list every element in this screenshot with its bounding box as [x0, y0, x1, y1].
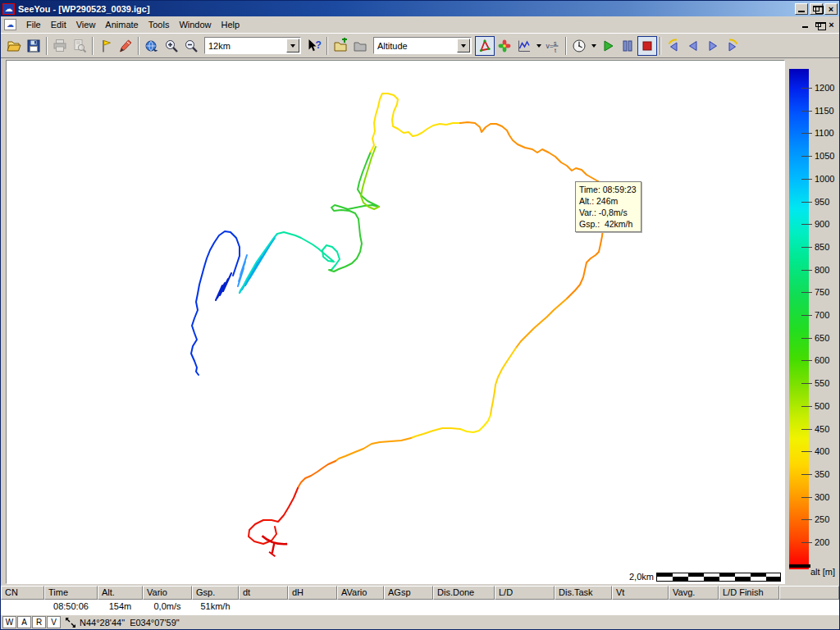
map-scale-combo[interactable]: 12km	[204, 37, 301, 54]
altitude-tick-label: 350	[815, 469, 829, 479]
value-vavg-	[669, 600, 719, 614]
altitude-tick	[801, 270, 812, 271]
optimize-button[interactable]	[495, 36, 514, 56]
track-segment	[516, 299, 567, 348]
toolbar-separator	[92, 37, 94, 55]
altitude-tick	[801, 360, 812, 361]
statusbar-toggle-r[interactable]: R	[32, 616, 46, 628]
folder-plus-icon	[332, 38, 349, 54]
menu-file[interactable]: File	[21, 17, 46, 32]
svg-text:t: t	[555, 48, 556, 53]
table-header-row: CNTimeAlt.VarioGsp.dtdHAVarioAGspDis.Don…	[1, 586, 839, 600]
app-icon[interactable]: ☁	[2, 3, 15, 15]
next-fix-button[interactable]	[703, 36, 723, 56]
restore-button[interactable]	[810, 3, 823, 15]
desktop-open-button[interactable]	[331, 36, 350, 56]
track-segment	[361, 147, 379, 209]
route-view-button[interactable]	[475, 36, 495, 56]
title-bar: ☁ SeeYou - [WP290523_0039.igc] ×	[1, 1, 839, 16]
statusbar-toggle-v[interactable]: V	[47, 616, 61, 628]
minimize-button[interactable]	[795, 3, 808, 15]
map-scale-combo-dropdown-button[interactable]	[286, 39, 299, 52]
statusbar-toggle-a[interactable]: A	[17, 616, 31, 628]
zoom-in-button[interactable]	[162, 36, 181, 56]
context-help-button[interactable]: ?	[304, 36, 324, 56]
graph-icon	[516, 38, 532, 54]
close-button[interactable]: ×	[824, 3, 838, 15]
column-header-dt[interactable]: dt	[239, 586, 288, 600]
menu-edit[interactable]: Edit	[46, 17, 71, 32]
dropdown-arrow-icon[interactable]	[534, 37, 543, 55]
altitude-tick	[801, 88, 812, 89]
pause-button[interactable]	[618, 36, 637, 56]
menu-animate[interactable]: Animate	[100, 17, 143, 32]
zoom-out-icon	[183, 38, 199, 54]
value-l-d-finish	[719, 600, 779, 614]
color-by-combo-dropdown-button[interactable]	[457, 39, 470, 52]
play-button[interactable]	[598, 36, 618, 56]
waypoint-button[interactable]	[96, 36, 116, 56]
window-title: SeeYou - [WP290523_0039.igc]	[18, 4, 793, 14]
fix-tooltip: Time: 08:59:23Alt.: 246mVar.: -0,8m/sGsp…	[575, 181, 641, 232]
seeyou-window: ☁ SeeYou - [WP290523_0039.igc] × ☁ FileE…	[0, 0, 840, 630]
menu-view[interactable]: View	[71, 17, 101, 32]
desktop-close-button[interactable]	[350, 36, 370, 56]
altitude-tick-label: 250	[815, 514, 829, 524]
mdi-restore-button[interactable]	[812, 20, 824, 30]
tooltip-line: Gsp.: 42km/h	[579, 218, 637, 230]
graph-button[interactable]	[514, 36, 534, 56]
edit-button[interactable]	[116, 36, 135, 56]
zoom-out-button[interactable]	[181, 36, 201, 56]
altitude-tick-label: 550	[815, 378, 829, 388]
column-header-dis-task[interactable]: Dis.Task	[555, 586, 612, 600]
column-header-l-d[interactable]: L/D	[495, 586, 555, 600]
column-header-vt[interactable]: Vt	[612, 586, 669, 600]
color-by-combo[interactable]: Altitude	[373, 37, 472, 54]
map-scale-bar: 2,0km	[629, 572, 781, 582]
tooltip-line: Alt.: 246m	[579, 195, 637, 207]
zoom-in-icon	[163, 38, 180, 54]
menu-help[interactable]: Help	[217, 17, 245, 32]
value-l-d	[495, 600, 555, 614]
stop-button[interactable]	[637, 36, 657, 56]
altitude-tick	[801, 133, 812, 134]
last-fix-button[interactable]	[723, 36, 742, 56]
column-header-cn[interactable]: CN	[1, 586, 44, 600]
altitude-tick	[801, 429, 812, 430]
statistics-icon: v=st	[545, 38, 561, 54]
column-header-dis-done[interactable]: Dis.Done	[433, 586, 495, 600]
altitude-tick	[801, 315, 812, 316]
last-icon	[724, 38, 741, 54]
toolbar: 12km?Altitudev=st	[1, 34, 839, 58]
print-preview-button	[70, 36, 89, 56]
document-icon[interactable]: ☁	[4, 19, 16, 30]
first-fix-button[interactable]	[664, 36, 683, 56]
map-scale-combo-value: 12km	[205, 41, 285, 51]
animation-rate-button[interactable]	[569, 36, 589, 56]
column-header-dh[interactable]: dH	[288, 586, 337, 600]
menu-tools[interactable]: Tools	[144, 17, 175, 32]
track-segment	[371, 94, 460, 152]
column-header-time[interactable]: Time	[44, 586, 98, 600]
statusbar-toggle-w[interactable]: W	[2, 616, 16, 628]
column-header-l-d-finish[interactable]: L/D Finish	[719, 586, 779, 600]
statistics-button[interactable]: v=st	[543, 36, 563, 56]
column-header-agsp[interactable]: AGsp	[384, 586, 433, 600]
dropdown-arrow-icon[interactable]	[589, 37, 598, 55]
column-header-alt-[interactable]: Alt.	[98, 586, 143, 600]
download-button[interactable]	[142, 36, 162, 56]
column-header-vavg-[interactable]: Vavg.	[669, 586, 719, 600]
altitude-tick	[801, 383, 812, 384]
save-button[interactable]	[24, 36, 43, 56]
prev-fix-button[interactable]	[683, 36, 703, 56]
mdi-close-button[interactable]: ×	[825, 20, 838, 30]
altitude-tick	[801, 111, 812, 112]
column-header-vario[interactable]: Vario	[143, 586, 192, 600]
column-header-filler	[779, 586, 839, 600]
column-header-avario[interactable]: AVario	[337, 586, 384, 600]
menu-window[interactable]: Window	[174, 17, 216, 32]
mdi-minimize-button[interactable]	[799, 20, 811, 30]
column-header-gsp-[interactable]: Gsp.	[192, 586, 239, 600]
value-vario: 0,0m/s	[143, 600, 192, 614]
open-button[interactable]	[4, 36, 24, 56]
